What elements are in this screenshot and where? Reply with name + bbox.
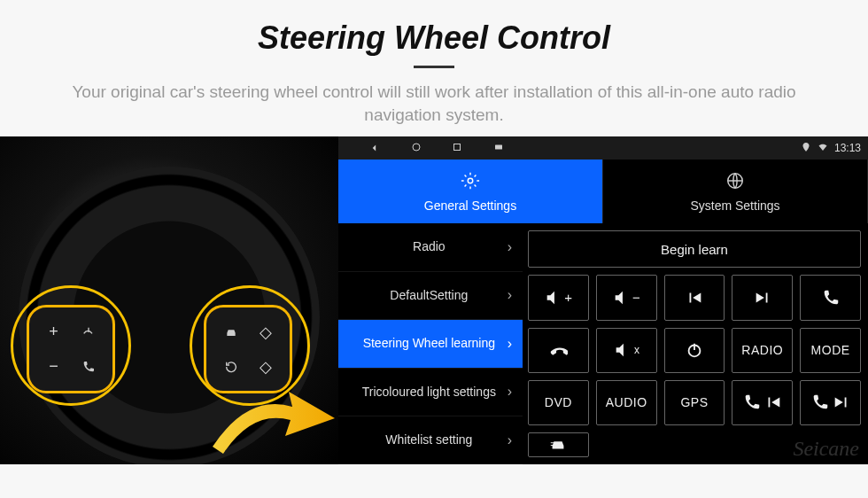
menu-label: Radio [351, 240, 508, 253]
content: + − ◇ ◇ [0, 136, 868, 464]
title-divider [414, 66, 454, 68]
cycle-icon [215, 351, 246, 382]
plus-icon: + [38, 316, 69, 347]
phone-prev-button[interactable] [732, 380, 793, 425]
card-icon[interactable] [492, 142, 505, 154]
tab-system-settings[interactable]: System Settings [603, 160, 868, 223]
description: Your original car's steering wheel contr… [35, 81, 833, 126]
chevron-right-icon: › [508, 432, 512, 448]
svg-point-0 [413, 144, 420, 151]
page-title: Steering Wheel Control [35, 19, 833, 57]
recent-icon[interactable] [452, 142, 462, 154]
diamond-icon: ◇ [250, 351, 281, 382]
clock: 13:13 [834, 142, 861, 154]
menu-item-whitelist[interactable]: Whitelist setting › [338, 416, 523, 464]
next-track-button[interactable] [732, 275, 793, 320]
car-list-button[interactable] [528, 432, 589, 457]
tab-general-settings[interactable]: General Settings [338, 160, 603, 223]
car-icon [215, 316, 246, 347]
begin-learn-button[interactable]: Begin learn [528, 230, 861, 268]
dvd-button[interactable]: DVD [528, 380, 589, 425]
menu-item-steering-wheel-learning[interactable]: Steering Wheel learning › [338, 320, 523, 368]
globe-icon [725, 171, 745, 195]
svg-rect-1 [454, 144, 461, 151]
mute-button[interactable]: x [596, 328, 657, 373]
back-icon[interactable] [368, 142, 381, 154]
svg-rect-6 [551, 442, 556, 443]
minus-icon: − [38, 351, 69, 382]
menu-label: Whitelist setting [351, 433, 508, 447]
menu-item-radio[interactable]: Radio › [338, 223, 523, 271]
gps-button[interactable]: GPS [664, 380, 725, 425]
tabs: General Settings System Settings [338, 160, 868, 223]
head-unit-screen: 13:13 General Settings System Settings R… [338, 136, 868, 464]
radio-button[interactable]: RADIO [732, 328, 793, 373]
svg-rect-2 [495, 145, 502, 150]
menu-label: Tricoloured light settings [351, 385, 508, 399]
button-grid: + − [528, 275, 861, 457]
prev-track-button[interactable] [664, 275, 725, 320]
tab-label: General Settings [424, 198, 516, 213]
arrow-icon [204, 385, 337, 464]
phone-hangup-button[interactable] [528, 328, 589, 373]
body-area: Radio › DefaultSetting › Steering Wheel … [338, 223, 868, 464]
phone-icon [73, 351, 104, 382]
chevron-right-icon: › [508, 336, 512, 352]
menu-item-default-setting[interactable]: DefaultSetting › [338, 272, 523, 320]
wheel-button-cluster-right: ◇ ◇ [204, 305, 292, 393]
chevron-right-icon: › [508, 239, 512, 255]
svg-point-3 [468, 178, 473, 183]
header: Steering Wheel Control Your original car… [0, 0, 868, 136]
phone-pickup-button[interactable] [800, 275, 861, 320]
menu-item-tricoloured-light[interactable]: Tricoloured light settings › [338, 369, 523, 416]
tab-label: System Settings [690, 198, 779, 213]
action-column: Begin learn + − [523, 223, 868, 464]
volume-up-button[interactable]: + [528, 275, 589, 320]
gear-icon [461, 171, 480, 195]
mode-button[interactable]: MODE [800, 328, 861, 373]
menu-column: Radio › DefaultSetting › Steering Wheel … [338, 223, 523, 464]
phone-next-button[interactable] [800, 380, 861, 425]
location-icon [801, 142, 811, 155]
chevron-right-icon: › [508, 287, 512, 303]
menu-label: DefaultSetting [351, 289, 508, 302]
voice-icon [73, 316, 104, 347]
audio-button[interactable]: AUDIO [596, 380, 657, 425]
wheel-button-cluster-left: + − [27, 305, 115, 393]
menu-label: Steering Wheel learning [351, 337, 508, 350]
svg-rect-7 [551, 445, 556, 446]
chevron-right-icon: › [508, 384, 512, 400]
status-bar: 13:13 [338, 136, 868, 160]
steering-wheel-image: + − ◇ ◇ [0, 136, 338, 464]
power-button[interactable] [664, 328, 725, 373]
wifi-icon [817, 142, 829, 155]
diamond-icon: ◇ [250, 316, 281, 347]
home-icon[interactable] [411, 142, 422, 154]
volume-down-button[interactable]: − [596, 275, 657, 320]
